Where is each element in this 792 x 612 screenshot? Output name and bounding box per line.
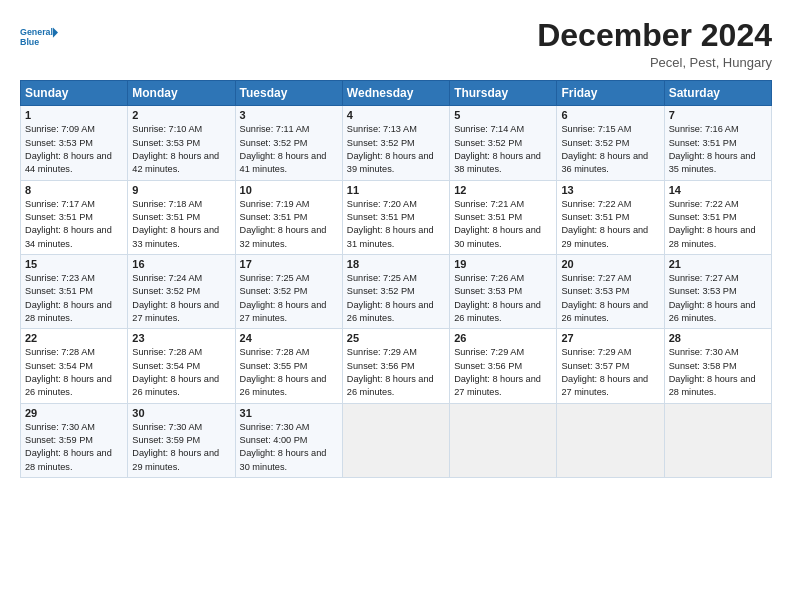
table-row: 11Sunrise: 7:20 AMSunset: 3:51 PMDayligh…: [342, 180, 449, 254]
day-info: Sunrise: 7:10 AMSunset: 3:53 PMDaylight:…: [132, 123, 230, 176]
table-row: [450, 403, 557, 477]
day-info: Sunrise: 7:23 AMSunset: 3:51 PMDaylight:…: [25, 272, 123, 325]
day-number: 20: [561, 258, 659, 270]
table-row: 23Sunrise: 7:28 AMSunset: 3:54 PMDayligh…: [128, 329, 235, 403]
day-number: 18: [347, 258, 445, 270]
svg-text:Blue: Blue: [20, 37, 39, 47]
day-number: 8: [25, 184, 123, 196]
table-row: 30Sunrise: 7:30 AMSunset: 3:59 PMDayligh…: [128, 403, 235, 477]
col-thursday: Thursday: [450, 81, 557, 106]
day-number: 2: [132, 109, 230, 121]
table-row: [557, 403, 664, 477]
day-info: Sunrise: 7:29 AMSunset: 3:56 PMDaylight:…: [454, 346, 552, 399]
day-info: Sunrise: 7:30 AMSunset: 3:59 PMDaylight:…: [132, 421, 230, 474]
day-info: Sunrise: 7:30 AMSunset: 4:00 PMDaylight:…: [240, 421, 338, 474]
table-row: 3Sunrise: 7:11 AMSunset: 3:52 PMDaylight…: [235, 106, 342, 180]
table-row: 1Sunrise: 7:09 AMSunset: 3:53 PMDaylight…: [21, 106, 128, 180]
day-info: Sunrise: 7:25 AMSunset: 3:52 PMDaylight:…: [240, 272, 338, 325]
day-number: 1: [25, 109, 123, 121]
day-info: Sunrise: 7:29 AMSunset: 3:56 PMDaylight:…: [347, 346, 445, 399]
col-tuesday: Tuesday: [235, 81, 342, 106]
day-number: 22: [25, 332, 123, 344]
day-info: Sunrise: 7:28 AMSunset: 3:54 PMDaylight:…: [132, 346, 230, 399]
svg-marker-2: [53, 28, 58, 38]
table-row: 27Sunrise: 7:29 AMSunset: 3:57 PMDayligh…: [557, 329, 664, 403]
day-info: Sunrise: 7:24 AMSunset: 3:52 PMDaylight:…: [132, 272, 230, 325]
table-row: 15Sunrise: 7:23 AMSunset: 3:51 PMDayligh…: [21, 254, 128, 328]
calendar-table: Sunday Monday Tuesday Wednesday Thursday…: [20, 80, 772, 478]
table-row: 7Sunrise: 7:16 AMSunset: 3:51 PMDaylight…: [664, 106, 771, 180]
table-row: 6Sunrise: 7:15 AMSunset: 3:52 PMDaylight…: [557, 106, 664, 180]
day-info: Sunrise: 7:29 AMSunset: 3:57 PMDaylight:…: [561, 346, 659, 399]
svg-text:General: General: [20, 27, 53, 37]
table-row: 26Sunrise: 7:29 AMSunset: 3:56 PMDayligh…: [450, 329, 557, 403]
day-number: 24: [240, 332, 338, 344]
day-number: 26: [454, 332, 552, 344]
day-number: 21: [669, 258, 767, 270]
day-info: Sunrise: 7:28 AMSunset: 3:55 PMDaylight:…: [240, 346, 338, 399]
table-row: 22Sunrise: 7:28 AMSunset: 3:54 PMDayligh…: [21, 329, 128, 403]
logo: General Blue: [20, 18, 58, 56]
col-wednesday: Wednesday: [342, 81, 449, 106]
day-info: Sunrise: 7:11 AMSunset: 3:52 PMDaylight:…: [240, 123, 338, 176]
title-block: December 2024 Pecel, Pest, Hungary: [537, 18, 772, 70]
table-row: [664, 403, 771, 477]
table-row: 29Sunrise: 7:30 AMSunset: 3:59 PMDayligh…: [21, 403, 128, 477]
table-row: 21Sunrise: 7:27 AMSunset: 3:53 PMDayligh…: [664, 254, 771, 328]
day-number: 10: [240, 184, 338, 196]
day-info: Sunrise: 7:28 AMSunset: 3:54 PMDaylight:…: [25, 346, 123, 399]
table-row: 8Sunrise: 7:17 AMSunset: 3:51 PMDaylight…: [21, 180, 128, 254]
table-row: 4Sunrise: 7:13 AMSunset: 3:52 PMDaylight…: [342, 106, 449, 180]
day-info: Sunrise: 7:27 AMSunset: 3:53 PMDaylight:…: [669, 272, 767, 325]
day-info: Sunrise: 7:22 AMSunset: 3:51 PMDaylight:…: [561, 198, 659, 251]
day-info: Sunrise: 7:14 AMSunset: 3:52 PMDaylight:…: [454, 123, 552, 176]
subtitle: Pecel, Pest, Hungary: [537, 55, 772, 70]
day-number: 13: [561, 184, 659, 196]
day-info: Sunrise: 7:25 AMSunset: 3:52 PMDaylight:…: [347, 272, 445, 325]
day-info: Sunrise: 7:18 AMSunset: 3:51 PMDaylight:…: [132, 198, 230, 251]
logo-svg: General Blue: [20, 18, 58, 56]
day-number: 16: [132, 258, 230, 270]
table-row: 10Sunrise: 7:19 AMSunset: 3:51 PMDayligh…: [235, 180, 342, 254]
day-info: Sunrise: 7:30 AMSunset: 3:59 PMDaylight:…: [25, 421, 123, 474]
table-row: 13Sunrise: 7:22 AMSunset: 3:51 PMDayligh…: [557, 180, 664, 254]
table-row: 25Sunrise: 7:29 AMSunset: 3:56 PMDayligh…: [342, 329, 449, 403]
day-info: Sunrise: 7:27 AMSunset: 3:53 PMDaylight:…: [561, 272, 659, 325]
table-row: 24Sunrise: 7:28 AMSunset: 3:55 PMDayligh…: [235, 329, 342, 403]
day-info: Sunrise: 7:19 AMSunset: 3:51 PMDaylight:…: [240, 198, 338, 251]
day-info: Sunrise: 7:16 AMSunset: 3:51 PMDaylight:…: [669, 123, 767, 176]
col-sunday: Sunday: [21, 81, 128, 106]
table-row: 17Sunrise: 7:25 AMSunset: 3:52 PMDayligh…: [235, 254, 342, 328]
day-number: 9: [132, 184, 230, 196]
day-info: Sunrise: 7:13 AMSunset: 3:52 PMDaylight:…: [347, 123, 445, 176]
day-number: 5: [454, 109, 552, 121]
day-number: 31: [240, 407, 338, 419]
table-row: 12Sunrise: 7:21 AMSunset: 3:51 PMDayligh…: [450, 180, 557, 254]
day-number: 7: [669, 109, 767, 121]
day-number: 25: [347, 332, 445, 344]
table-row: 19Sunrise: 7:26 AMSunset: 3:53 PMDayligh…: [450, 254, 557, 328]
col-friday: Friday: [557, 81, 664, 106]
table-row: 5Sunrise: 7:14 AMSunset: 3:52 PMDaylight…: [450, 106, 557, 180]
month-title: December 2024: [537, 18, 772, 53]
day-info: Sunrise: 7:17 AMSunset: 3:51 PMDaylight:…: [25, 198, 123, 251]
table-row: 28Sunrise: 7:30 AMSunset: 3:58 PMDayligh…: [664, 329, 771, 403]
table-row: 31Sunrise: 7:30 AMSunset: 4:00 PMDayligh…: [235, 403, 342, 477]
table-row: 2Sunrise: 7:10 AMSunset: 3:53 PMDaylight…: [128, 106, 235, 180]
header: General Blue December 2024 Pecel, Pest, …: [20, 18, 772, 70]
day-number: 3: [240, 109, 338, 121]
day-number: 23: [132, 332, 230, 344]
day-number: 14: [669, 184, 767, 196]
table-row: 18Sunrise: 7:25 AMSunset: 3:52 PMDayligh…: [342, 254, 449, 328]
day-number: 12: [454, 184, 552, 196]
col-monday: Monday: [128, 81, 235, 106]
day-number: 6: [561, 109, 659, 121]
day-number: 30: [132, 407, 230, 419]
day-info: Sunrise: 7:20 AMSunset: 3:51 PMDaylight:…: [347, 198, 445, 251]
table-row: 14Sunrise: 7:22 AMSunset: 3:51 PMDayligh…: [664, 180, 771, 254]
day-info: Sunrise: 7:26 AMSunset: 3:53 PMDaylight:…: [454, 272, 552, 325]
day-info: Sunrise: 7:22 AMSunset: 3:51 PMDaylight:…: [669, 198, 767, 251]
day-number: 17: [240, 258, 338, 270]
day-number: 27: [561, 332, 659, 344]
day-number: 11: [347, 184, 445, 196]
